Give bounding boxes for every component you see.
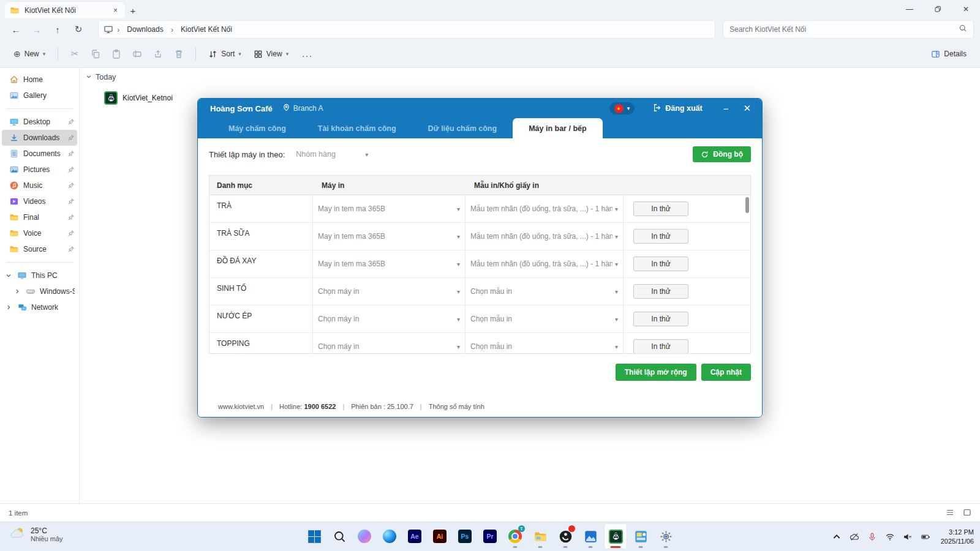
setup-select[interactable]: Nhóm hàng ▾ [296, 150, 368, 159]
up-icon[interactable]: ↑ [48, 21, 67, 38]
chevron-right-icon[interactable] [4, 304, 13, 310]
sort-button[interactable]: Sort▾ [203, 44, 246, 64]
website-link[interactable]: www.kiotviet.vn [218, 403, 264, 410]
test-print-button[interactable]: In thử [633, 229, 688, 244]
weather-widget[interactable]: 25°C Nhiều mây [10, 525, 63, 544]
delete-icon[interactable] [170, 44, 188, 64]
computer-specs-link[interactable]: Thông số máy tính [429, 403, 484, 410]
update-button[interactable]: Cập nhật [701, 364, 751, 381]
test-print-button[interactable]: In thử [633, 201, 688, 216]
printer-select[interactable]: Chọn máy in▾ [318, 342, 460, 351]
dialog-minimize-button[interactable]: − [721, 103, 731, 114]
taskbar-premiere-icon[interactable]: Pr [478, 523, 502, 549]
template-select[interactable]: Chọn mẫu in▾ [470, 315, 618, 323]
printer-select[interactable]: Chọn máy in▾ [318, 315, 460, 323]
refresh-icon[interactable]: ↻ [69, 21, 88, 38]
tab-m-y-in-bar-b-p[interactable]: Máy in bar / bếp [513, 118, 602, 138]
sidebar-item-windows-ssd-c[interactable]: Windows-SSD (C: [2, 283, 77, 299]
rename-icon[interactable] [128, 44, 146, 64]
sidebar-item-network[interactable]: Network [2, 299, 77, 315]
details-view-icon[interactable] [946, 508, 954, 518]
minimize-button[interactable]: — [895, 0, 924, 18]
sidebar-item-downloads[interactable]: Downloads [2, 130, 77, 146]
taskbar-settings-icon[interactable] [654, 523, 677, 549]
branch-selector[interactable]: Branch A [282, 103, 323, 113]
tab-t-i-kho-n-ch-m-c-ng[interactable]: Tài khoản chấm công [302, 118, 412, 138]
chevron-right-icon[interactable] [13, 288, 21, 294]
taskbar-kiotviet-icon[interactable] [604, 523, 627, 549]
taskbar-search-icon[interactable] [328, 523, 351, 549]
language-selector[interactable]: ★ ▾ [609, 102, 635, 114]
tab-d-li-u-ch-m-c-ng[interactable]: Dữ liệu chấm công [412, 118, 513, 138]
onedrive-paused-icon[interactable] [850, 532, 859, 542]
template-select[interactable]: Chọn mẫu in▾ [470, 287, 618, 296]
dialog-close-button[interactable]: ✕ [741, 103, 753, 114]
taskbar-edge-icon[interactable] [378, 523, 401, 549]
breadcrumb-item-downloads[interactable]: Downloads [123, 24, 167, 35]
details-button[interactable]: Details [926, 50, 971, 59]
sidebar-item-pictures[interactable]: Pictures [2, 162, 77, 178]
test-print-button[interactable]: In thử [633, 312, 688, 326]
test-print-button[interactable]: In thử [633, 284, 688, 299]
search-box[interactable] [723, 20, 974, 39]
taskbar-photos-icon[interactable] [579, 523, 602, 549]
breadcrumb[interactable]: ›Downloads›KiotViet Kết Nối [98, 20, 715, 39]
share-icon[interactable] [149, 44, 167, 64]
sync-button[interactable]: Đồng bộ [693, 146, 751, 162]
volume-muted-icon[interactable] [903, 532, 913, 542]
taskbar-media-app-icon[interactable] [629, 523, 652, 549]
template-select[interactable]: Chọn mẫu in▾ [470, 342, 618, 351]
copy-icon[interactable] [86, 44, 105, 64]
sidebar-item-documents[interactable]: Documents [2, 146, 77, 162]
new-tab-button[interactable]: + [125, 2, 141, 18]
restore-button[interactable] [924, 0, 952, 18]
sidebar-item-home[interactable]: Home [2, 72, 77, 88]
search-input[interactable] [729, 25, 959, 34]
template-select[interactable]: Mẫu tem nhãn (đồ uống, trà sữa, ...) - 1… [470, 260, 618, 268]
test-print-button[interactable]: In thử [633, 257, 688, 271]
hidden-icons-chevron-icon[interactable] [832, 532, 842, 542]
sidebar-item-gallery[interactable]: Gallery [2, 88, 77, 103]
taskbar-after-effects-icon[interactable]: Ae [403, 523, 426, 549]
template-select[interactable]: Mẫu tem nhãn (đồ uống, trà sữa, ...) - 1… [470, 232, 618, 241]
forward-icon[interactable]: → [27, 21, 47, 38]
taskbar-obs-icon[interactable] [554, 523, 577, 549]
close-button[interactable]: ✕ [952, 0, 980, 18]
sidebar-item-desktop[interactable]: Desktop [2, 114, 77, 130]
back-icon[interactable]: ← [6, 21, 26, 38]
printer-select[interactable]: May in tem ma 365B▾ [318, 260, 460, 268]
taskbar-photoshop-icon[interactable]: Ps [453, 523, 477, 549]
breadcrumb-item-kiotviet-k-t-n-i[interactable]: KiotViet Kết Nối [177, 24, 236, 35]
logout-button[interactable]: Đăng xuất [653, 103, 702, 114]
large-icons-view-icon[interactable] [963, 508, 971, 518]
printer-select[interactable]: Chọn máy in▾ [318, 287, 460, 296]
microphone-in-use-icon[interactable] [867, 532, 877, 542]
template-select[interactable]: Mẫu tem nhãn (đồ uống, trà sữa, ...) - 1… [470, 204, 618, 213]
chevron-down-icon[interactable] [4, 272, 13, 279]
taskbar-file-explorer-icon[interactable] [529, 523, 552, 549]
taskbar-chrome-icon[interactable]: T [503, 523, 527, 549]
tab-close-icon[interactable]: × [111, 6, 120, 15]
view-button[interactable]: View▾ [249, 44, 293, 64]
more-options-icon[interactable]: ... [296, 49, 319, 59]
battery-icon[interactable] [921, 532, 930, 542]
taskbar-illustrator-icon[interactable]: Ai [428, 523, 451, 549]
taskbar-copilot-icon[interactable] [353, 523, 376, 549]
sidebar-item-videos[interactable]: Videos [2, 193, 77, 209]
sidebar-item-voice[interactable]: Voice [2, 225, 77, 241]
cut-icon[interactable]: ✂ [66, 44, 84, 64]
tab-m-y-ch-m-c-ng[interactable]: Máy chấm công [213, 118, 302, 138]
printer-select[interactable]: May in tem ma 365B▾ [318, 204, 460, 213]
table-scrollbar[interactable] [745, 197, 749, 213]
test-print-button[interactable]: In thử [633, 339, 688, 354]
sidebar-item-this-pc[interactable]: This PC [2, 268, 77, 283]
explorer-tab[interactable]: KiotViet Kết Nối × [5, 2, 125, 18]
printer-select[interactable]: May in tem ma 365B▾ [318, 232, 460, 241]
taskbar-clock[interactable]: 3:12 PM 2025/11/06 [941, 528, 974, 546]
paste-icon[interactable] [107, 44, 126, 64]
group-header-today[interactable]: Today [85, 73, 980, 81]
wifi-icon[interactable] [885, 532, 895, 542]
extended-settings-button[interactable]: Thiết lập mở rộng [616, 364, 696, 381]
taskbar-start-icon[interactable] [303, 523, 326, 549]
sidebar-item-music[interactable]: Music [2, 178, 77, 193]
